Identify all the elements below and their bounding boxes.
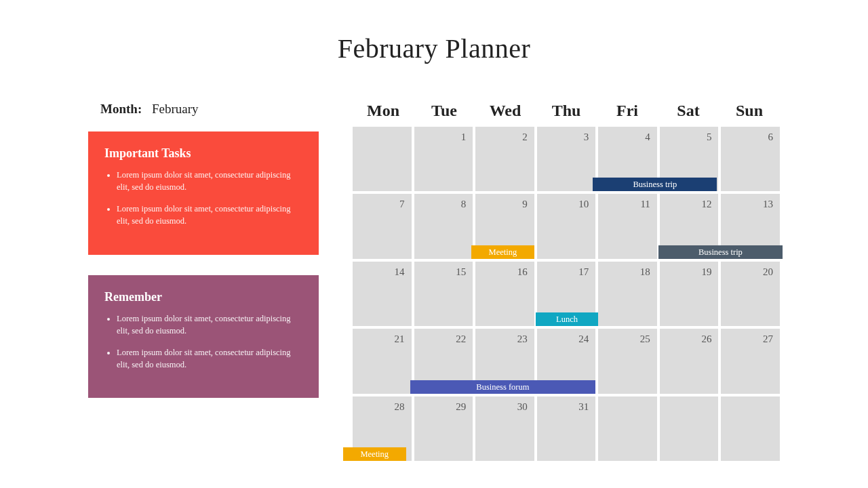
remember-item: Lorem ipsum dolor sit amet, consectetur … xyxy=(117,346,302,371)
day-number: 5 xyxy=(707,131,712,143)
day-number: 25 xyxy=(640,333,650,345)
day-number: 28 xyxy=(395,401,405,413)
day-of-week-header: Mon Tue Wed Thu Fri Sat Sun xyxy=(353,102,780,120)
month-value: February xyxy=(152,102,199,116)
day-number: 21 xyxy=(395,333,405,345)
remember-card: Remember Lorem ipsum dolor sit amet, con… xyxy=(88,275,319,399)
calendar-cell: 18 xyxy=(598,262,657,326)
calendar-cell: 13 xyxy=(721,194,780,258)
day-number: 23 xyxy=(517,333,528,345)
calendar-cell: 31 xyxy=(537,396,596,461)
day-number: 26 xyxy=(701,333,711,345)
calendar-cell: 26 xyxy=(660,329,719,393)
calendar-cell: 23 xyxy=(475,329,534,393)
calendar-cell: 12 xyxy=(660,194,719,258)
calendar-cell: 27 xyxy=(721,329,780,393)
calendar-cell: 6 xyxy=(721,127,780,191)
day-number: 16 xyxy=(517,266,528,278)
calendar-cell: 7 xyxy=(353,194,412,258)
calendar-cell xyxy=(353,127,412,191)
dow-label: Tue xyxy=(414,102,475,120)
calendar-cell: 1 xyxy=(414,127,473,191)
remember-item: Lorem ipsum dolor sit amet, consectetur … xyxy=(117,312,302,337)
calendar: Mon Tue Wed Thu Fri Sat Sun 123456789101… xyxy=(353,102,780,461)
day-number: 30 xyxy=(517,401,528,413)
calendar-cell: 5 xyxy=(660,127,719,191)
day-number: 11 xyxy=(640,199,650,210)
day-number: 29 xyxy=(456,401,466,413)
month-label: Month: xyxy=(100,102,142,116)
day-number: 2 xyxy=(522,131,528,143)
calendar-cell: 20 xyxy=(721,262,780,326)
calendar-cell: 16 xyxy=(475,262,534,326)
day-number: 7 xyxy=(399,199,405,210)
calendar-cell: 10 xyxy=(537,194,596,258)
task-item: Lorem ipsum dolor sit amet, consectetur … xyxy=(117,203,302,227)
calendar-cell: 21 xyxy=(353,329,412,393)
day-number: 31 xyxy=(578,401,589,413)
calendar-cell: 17 xyxy=(537,262,596,326)
day-number: 15 xyxy=(456,266,466,278)
dow-label: Mon xyxy=(353,102,414,120)
page-title: February Planner xyxy=(0,0,868,64)
day-number: 14 xyxy=(395,266,405,278)
day-number: 3 xyxy=(584,131,589,143)
dow-label: Sat xyxy=(658,102,719,120)
day-number: 12 xyxy=(701,199,711,210)
sidebar: Month: February Important Tasks Lorem ip… xyxy=(88,102,319,461)
calendar-cell: 2 xyxy=(475,127,534,191)
calendar-cell xyxy=(598,396,657,461)
day-number: 6 xyxy=(768,131,773,143)
day-number: 4 xyxy=(645,131,650,143)
calendar-cell: 24 xyxy=(537,329,596,393)
calendar-cell: 28 xyxy=(353,396,412,461)
calendar-cell: 15 xyxy=(414,262,473,326)
day-number: 10 xyxy=(578,199,589,210)
day-number: 20 xyxy=(763,266,773,278)
day-number: 19 xyxy=(701,266,711,278)
day-number: 1 xyxy=(461,131,467,143)
calendar-cell: 3 xyxy=(537,127,596,191)
dow-label: Thu xyxy=(536,102,597,120)
dow-label: Sun xyxy=(719,102,780,120)
calendar-grid: 1234567891011121314151617181920212223242… xyxy=(353,127,780,461)
day-number: 24 xyxy=(578,333,589,345)
calendar-cell: 11 xyxy=(598,194,657,258)
day-number: 22 xyxy=(456,333,466,345)
dow-label: Wed xyxy=(475,102,536,120)
calendar-cell: 30 xyxy=(475,396,534,461)
calendar-cell: 4 xyxy=(598,127,657,191)
calendar-cell xyxy=(660,396,719,461)
dow-label: Fri xyxy=(597,102,658,120)
task-item: Lorem ipsum dolor sit amet, consectetur … xyxy=(117,169,302,193)
calendar-cell: 8 xyxy=(414,194,473,258)
calendar-cell: 25 xyxy=(598,329,657,393)
day-number: 9 xyxy=(522,199,528,210)
calendar-cell: 14 xyxy=(353,262,412,326)
important-tasks-heading: Important Tasks xyxy=(104,146,302,161)
day-number: 17 xyxy=(578,266,589,278)
calendar-cell: 19 xyxy=(660,262,719,326)
day-number: 13 xyxy=(763,199,773,210)
day-number: 27 xyxy=(763,333,773,345)
day-number: 8 xyxy=(461,199,467,210)
calendar-cell xyxy=(721,396,780,461)
calendar-cell: 9 xyxy=(475,194,534,258)
month-row: Month: February xyxy=(88,102,319,117)
calendar-cell: 22 xyxy=(414,329,473,393)
remember-heading: Remember xyxy=(104,290,302,304)
calendar-cell: 29 xyxy=(414,396,473,461)
day-number: 18 xyxy=(640,266,650,278)
important-tasks-card: Important Tasks Lorem ipsum dolor sit am… xyxy=(88,131,319,255)
main-layout: Month: February Important Tasks Lorem ip… xyxy=(88,102,780,461)
